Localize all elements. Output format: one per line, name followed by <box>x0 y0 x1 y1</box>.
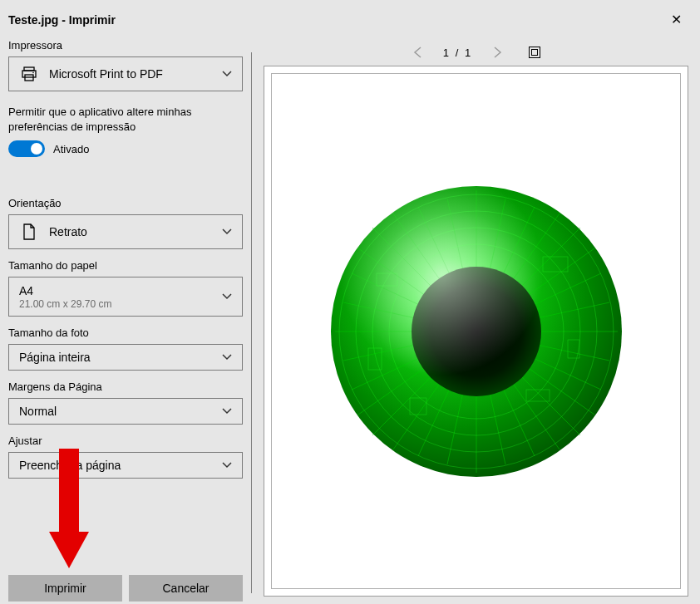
chevron-down-icon <box>222 69 232 79</box>
settings-panel: Impressora Microsoft Print to PDF Permit… <box>0 36 251 604</box>
preview-image <box>327 182 626 481</box>
printer-dropdown[interactable]: Microsoft Print to PDF <box>8 56 243 91</box>
toggle-knob <box>31 143 42 155</box>
printer-label: Impressora <box>8 39 243 52</box>
paper-size-dimensions: 21.00 cm x 29.70 cm <box>19 298 222 310</box>
chevron-down-icon <box>222 406 232 416</box>
printer-value: Microsoft Print to PDF <box>49 67 222 81</box>
paper-size-dropdown[interactable]: A4 21.00 cm x 29.70 cm <box>8 277 243 317</box>
svg-point-32 <box>331 186 622 477</box>
chevron-down-icon <box>222 292 232 302</box>
preview-page <box>271 73 681 589</box>
photo-size-label: Tamanho da foto <box>8 327 243 339</box>
cancel-button[interactable]: Cancelar <box>129 575 243 602</box>
fit-label: Ajustar <box>8 435 243 447</box>
close-icon[interactable]: ✕ <box>664 8 688 31</box>
orientation-dropdown[interactable]: Retrato <box>8 214 243 249</box>
margins-value: Normal <box>19 405 222 418</box>
permission-state: Ativado <box>53 143 89 155</box>
svg-point-3 <box>32 72 34 74</box>
paper-size-label: Tamanho do papel <box>8 259 243 272</box>
margins-label: Margens da Página <box>8 381 243 393</box>
prev-page-icon[interactable] <box>412 46 425 59</box>
chevron-down-icon <box>222 352 232 362</box>
title-bar: Teste.jpg - Imprimir ✕ <box>0 0 700 36</box>
margins-dropdown[interactable]: Normal <box>8 398 243 425</box>
print-button[interactable]: Imprimir <box>8 575 122 602</box>
content-area: Impressora Microsoft Print to PDF Permit… <box>0 36 700 604</box>
paper-size-value: A4 <box>19 284 222 297</box>
photo-size-value: Página inteira <box>19 351 222 364</box>
preview-frame <box>264 66 688 597</box>
orientation-label: Orientação <box>8 197 243 209</box>
chevron-down-icon <box>222 460 232 470</box>
printer-icon <box>19 66 39 82</box>
window-title: Teste.jpg - Imprimir <box>8 13 116 27</box>
fullscreen-icon[interactable] <box>529 47 540 58</box>
permission-toggle[interactable] <box>8 140 45 157</box>
preview-toolbar: 1 / 1 <box>264 36 688 66</box>
portrait-icon <box>19 223 39 240</box>
orientation-value: Retrato <box>49 225 222 238</box>
photo-size-dropdown[interactable]: Página inteira <box>8 344 243 371</box>
settings-scroll: Impressora Microsoft Print to PDF Permit… <box>8 36 243 567</box>
fit-dropdown[interactable]: Preencher a página <box>8 452 243 479</box>
fit-value: Preencher a página <box>19 459 222 472</box>
preview-panel: 1 / 1 <box>252 36 700 604</box>
action-buttons: Imprimir Cancelar <box>8 575 243 602</box>
next-page-icon[interactable] <box>490 46 504 59</box>
page-indicator: 1 / 1 <box>443 47 472 59</box>
permission-toggle-row: Ativado <box>8 140 243 157</box>
permission-label: Permitir que o aplicativo altere minhas … <box>8 105 243 134</box>
chevron-down-icon <box>222 227 232 237</box>
